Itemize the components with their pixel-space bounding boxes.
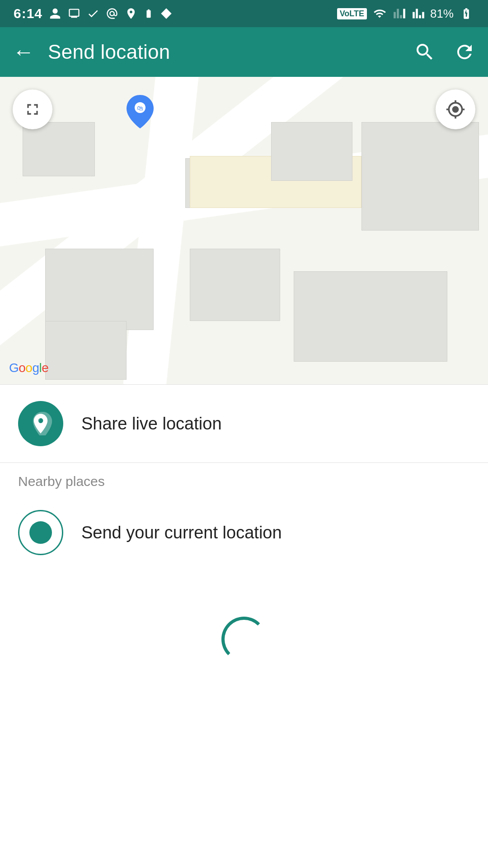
radio-inner — [29, 521, 52, 544]
expand-map-button[interactable] — [13, 90, 52, 129]
battery-percent: 81% — [430, 7, 454, 21]
send-current-location-item[interactable]: Send your current location — [0, 494, 488, 571]
current-location-label: Send your current location — [81, 523, 282, 542]
wifi-icon — [371, 7, 388, 20]
battery-low-icon — [144, 7, 154, 20]
toolbar-icons — [414, 41, 475, 63]
status-left: 6:14 — [14, 6, 173, 21]
expand-icon — [23, 100, 42, 118]
svg-text:🛍: 🛍 — [137, 104, 143, 112]
map-block-3 — [190, 249, 280, 321]
nearby-places-label: Nearby places — [0, 463, 488, 494]
map-block-2 — [45, 249, 154, 330]
status-time: 6:14 — [14, 6, 42, 21]
volte-badge: VoLTE — [337, 8, 367, 19]
person-icon — [49, 7, 61, 20]
map-pin: 🛍 — [127, 95, 154, 128]
map-block-6 — [271, 122, 352, 181]
status-bar: 6:14 VoLTE 81% — [0, 0, 488, 27]
page-title: Send location — [48, 41, 400, 63]
radio-button-current-location[interactable] — [18, 510, 63, 555]
loading-area — [0, 571, 488, 689]
monitor-icon — [68, 7, 80, 20]
at-icon — [106, 7, 118, 20]
share-live-location-item[interactable]: Share live location — [0, 385, 488, 462]
diamond-icon — [160, 7, 173, 20]
my-location-button[interactable] — [436, 90, 475, 129]
location-pin-icon — [125, 7, 137, 20]
live-location-icon-circle — [18, 401, 63, 446]
search-icon[interactable] — [414, 41, 436, 63]
check-icon — [87, 7, 99, 20]
refresh-icon[interactable] — [454, 41, 475, 63]
map-block-5 — [23, 122, 95, 176]
live-location-icon — [29, 412, 52, 435]
back-button[interactable]: ← — [13, 41, 34, 63]
status-right: VoLTE 81% — [337, 7, 474, 21]
map-block-7 — [361, 122, 479, 231]
signal-icon — [392, 7, 407, 20]
crosshair-icon — [446, 99, 465, 119]
signal2-icon — [411, 7, 426, 20]
map-area[interactable]: 🛍 Google — [0, 77, 488, 384]
google-logo: Google — [9, 361, 48, 375]
battery-icon — [458, 7, 474, 20]
toolbar: ← Send location — [0, 27, 488, 77]
map-block-8 — [45, 321, 127, 380]
map-block-4 — [294, 271, 447, 362]
share-live-label: Share live location — [81, 414, 222, 434]
loading-spinner — [221, 617, 267, 662]
